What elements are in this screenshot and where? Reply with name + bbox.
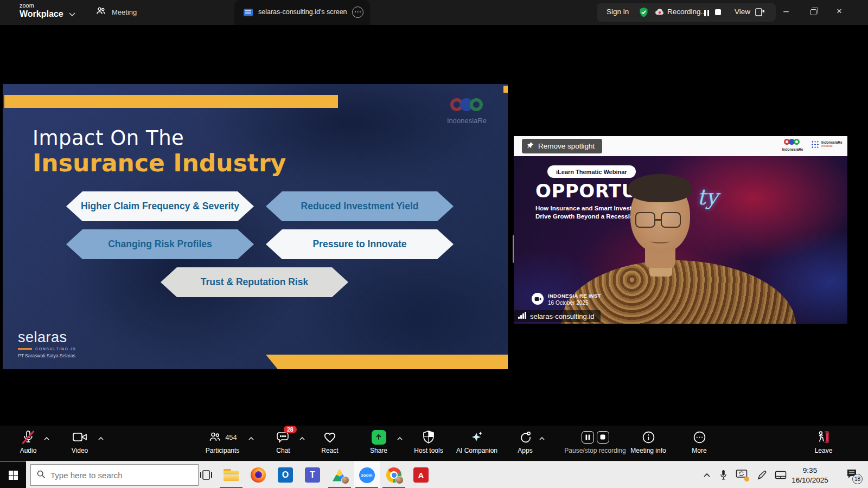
video-label: Video [72,447,88,454]
taskbar-file-explorer[interactable] [218,461,244,488]
chat-label: Chat [276,447,290,454]
recording-status-label: Recording... [667,8,707,16]
share-screen-icon [372,430,386,445]
start-button[interactable] [0,461,26,488]
connection-signal-icon [518,312,527,320]
host-tools-label: Host tools [414,447,443,454]
taskbar-firefox[interactable] [245,461,271,488]
slide-title-line2: Insurance Industry [33,149,286,177]
hexagon-reduced-yield: Reduced Investment Yield [266,191,454,221]
chat-bubble-icon: 28 [276,429,290,445]
video-indonesia-re-logo: IndonesiaRe [781,138,805,151]
close-button[interactable]: × [831,6,847,17]
video-top-strip: Remove spotlight IndonesiaRe IndonesiaRe… [514,136,847,156]
hexagon-pressure-innovate: Pressure to Innovate [266,229,454,259]
slide-photo-shape [307,247,508,369]
tray-display-sync-icon[interactable] [733,461,750,488]
speaker-glasses [635,212,681,228]
security-shield-icon [638,7,649,20]
apps-icon [518,429,532,445]
video-logo2-sub: institute [821,144,843,148]
video-feed: iLearn Thematic Webinar OPPORTUNI ty How… [514,156,847,324]
screen-share-tab-icon [244,9,253,16]
outlook-icon: O [278,467,293,483]
video-chevron-up-icon[interactable] [98,433,104,443]
audio-chevron-up-icon[interactable] [43,433,50,443]
tab-meeting-label: Meeting [112,8,137,16]
search-input[interactable] [50,471,181,480]
windows-logo-icon [9,471,18,480]
workspace-chevron-down-icon[interactable] [68,9,76,19]
taskbar-acrobat[interactable]: A [408,461,434,488]
participant-name-text: selaras-consulting.id [530,312,595,320]
task-view-button[interactable] [193,461,219,488]
taskbar-outlook[interactable]: O [272,461,298,488]
indonesia-re-ring-green [470,98,483,111]
more-label: More [692,447,706,454]
ai-companion-label: AI Companion [456,447,497,454]
tray-show-hidden-icons[interactable] [699,461,715,488]
meeting-info-label: Meeting info [630,447,666,454]
participants-label: Participants [206,447,240,454]
taskbar-teams[interactable]: T [299,461,326,488]
windows-taskbar: O T zoom A [0,461,868,488]
remove-spotlight-button[interactable]: Remove spotlight [522,139,602,153]
ai-sparkle-icon [470,429,484,445]
zoom-workplace-logo: zoom Workplace [20,3,63,18]
maximize-button[interactable] [810,9,816,15]
acrobat-icon: A [413,467,429,483]
view-layout-icon[interactable] [755,8,765,18]
tab-screen-share-label: selaras-consulting.id's screen [258,8,347,16]
more-button[interactable]: More [669,429,729,458]
taskbar-clock[interactable]: 9:35 16/10/2025 [786,466,834,485]
view-button[interactable]: View [735,8,750,16]
taskbar-search[interactable] [30,464,199,486]
tab-options-ellipsis-icon[interactable]: ⋯ [352,7,363,18]
slide-bottom-yellow-band [266,355,508,369]
tab-meeting[interactable]: Meeting [95,5,137,18]
firefox-icon [251,467,266,483]
tray-microphone-icon[interactable] [715,461,731,488]
account-avatar [341,476,349,484]
info-icon [642,429,655,445]
slide-corner-yellow-mark [503,86,508,93]
leave-button[interactable]: Leave [794,429,853,458]
notification-center-button[interactable]: 18 [840,461,864,488]
taskbar-zoom[interactable]: zoom [354,461,380,488]
microphone-muted-icon [22,429,35,445]
slide-title-line1: Impact On The [33,126,184,150]
video-institute-logo: IndonesiaRe institute [811,140,843,148]
taskbar-google-drive[interactable] [327,461,353,488]
stop-recording-toolbar-icon[interactable] [597,431,609,444]
apps-button[interactable]: Apps [495,429,555,458]
sign-in-button[interactable]: Sign in [607,8,629,16]
leave-label: Leave [815,447,833,454]
apps-label: Apps [518,447,532,454]
participants-button[interactable]: 454 Participants [193,429,252,458]
search-icon [36,470,46,481]
video-org-label: INDONESIA RE INST [548,293,601,299]
tab-screen-share[interactable]: selaras-consulting.id's screen ⋯ [234,0,370,25]
pause-recording-toolbar-icon[interactable] [582,431,594,444]
spotlight-video-tile[interactable]: Remove spotlight IndonesiaRe IndonesiaRe… [514,136,847,324]
account-avatar [395,476,404,484]
minimize-button[interactable]: – [778,6,794,17]
selaras-company-name: PT Saraswati Satya Selaras [18,353,76,358]
selaras-logo-sub: CONSULTING.ID [35,347,76,351]
participant-name-label: selaras-consulting.id [514,310,601,322]
brand-line1: zoom [20,3,63,9]
camera-badge-icon [532,293,544,305]
meeting-people-icon [95,5,106,18]
cloud-recording-icon [654,8,665,18]
clock-time: 9:35 [786,466,834,476]
stop-recording-icon[interactable] [715,9,721,15]
video-logo2-text: IndonesiaRe [821,140,843,144]
tray-pen-icon[interactable] [754,461,770,488]
brand-line2: Workplace [20,10,63,18]
apps-chevron-up-icon[interactable] [539,433,545,443]
poster-subtitle-2: Drive Growth Beyond a Recession [535,213,637,220]
meeting-controls-pill: Sign in Recording... View [597,3,776,22]
taskbar-chrome[interactable] [381,461,407,488]
pause-recording-icon[interactable] [704,9,709,18]
webinar-badge: iLearn Thematic Webinar [547,165,636,178]
